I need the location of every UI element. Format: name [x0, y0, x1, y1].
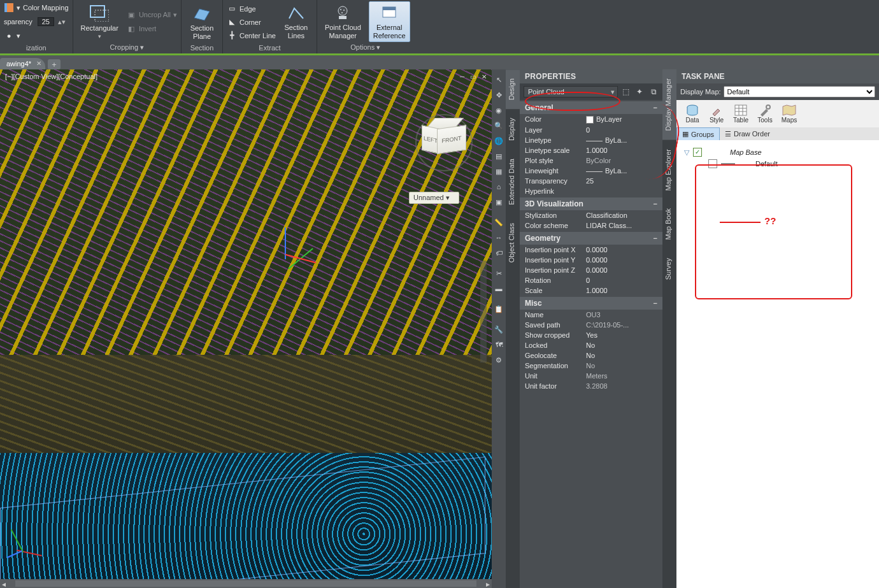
layers-icon[interactable]: ▤: [493, 149, 504, 163]
section-general[interactable]: General−: [520, 101, 662, 114]
expand-icon[interactable]: ▽: [684, 148, 689, 157]
tool-style[interactable]: Style: [706, 104, 727, 124]
section-3dviz[interactable]: 3D Visualization−: [520, 197, 662, 210]
prop-locked-value[interactable]: No: [586, 341, 657, 349]
sidetab-design[interactable]: Design: [506, 69, 520, 109]
orbit-tool-icon[interactable]: ◉: [493, 103, 504, 117]
sidetab-display-manager[interactable]: Display Manager: [662, 69, 676, 140]
prop-colorscheme-value[interactable]: LIDAR Class...: [586, 222, 657, 229]
quick-select-icon[interactable]: ⬚: [620, 87, 631, 97]
collapse-icon[interactable]: −: [654, 200, 657, 208]
transparency-value[interactable]: 25: [38, 17, 54, 26]
tab-draw-order[interactable]: ☰Draw Order: [720, 127, 775, 140]
zoom-tool-icon[interactable]: 🔍: [493, 118, 504, 133]
transparency-control[interactable]: sparency 25 ▴▾: [4, 15, 66, 28]
prop-linetype-value[interactable]: ByLa...: [586, 136, 657, 144]
cube[interactable]: LEFT FRONT: [422, 118, 466, 156]
prop-plotstyle-value[interactable]: ByColor: [586, 157, 657, 164]
close-icon[interactable]: ✕: [36, 60, 41, 67]
scrollbar-track[interactable]: [15, 580, 476, 587]
point-cloud-manager-button[interactable]: Point Cloud Manager: [321, 2, 365, 41]
sidetab-object-class[interactable]: Object Class: [506, 214, 520, 271]
prop-name-value[interactable]: OU3: [586, 311, 657, 319]
section-geometry[interactable]: Geometry−: [520, 232, 662, 245]
dimension-icon[interactable]: ↔: [493, 231, 504, 245]
close-icon[interactable]: ✕: [480, 73, 488, 80]
section-icon[interactable]: ▬: [493, 282, 504, 296]
tree-row-mapbase[interactable]: ▽ ✓ Map Base: [684, 147, 871, 158]
sidetab-map-explorer[interactable]: Map Explorer: [662, 140, 676, 199]
group-footer-cropping[interactable]: Cropping ▾: [77, 42, 177, 54]
tool-table[interactable]: Table: [730, 104, 752, 124]
prop-path-value[interactable]: C:\2019-05-...: [586, 321, 657, 329]
viewport-label[interactable]: [−][Custom View][Conceptual]: [5, 73, 97, 80]
prop-hyperlink-value[interactable]: [586, 187, 657, 195]
collapse-icon[interactable]: −: [654, 234, 657, 242]
pick-add-icon[interactable]: ⧉: [648, 87, 659, 97]
select-objects-icon[interactable]: ✦: [634, 87, 645, 97]
edge-button[interactable]: ▭Edge: [227, 3, 276, 15]
prop-color-value[interactable]: ByLayer: [586, 115, 657, 124]
section-misc[interactable]: Misc−: [520, 297, 662, 310]
external-reference-button[interactable]: External Reference: [369, 1, 410, 41]
shape-dropdown[interactable]: ●▾: [4, 29, 20, 42]
home-icon[interactable]: ⌂: [493, 180, 504, 194]
prop-scale-value[interactable]: 1.0000: [586, 287, 657, 294]
select-tool-icon[interactable]: ▦: [493, 164, 504, 178]
prop-layer-value[interactable]: 0: [586, 126, 657, 134]
scroll-right-icon[interactable]: ▸: [484, 580, 492, 587]
collapse-icon[interactable]: −: [654, 104, 657, 111]
prop-stylization-value[interactable]: Classification: [586, 212, 657, 219]
sidetab-survey[interactable]: Survey: [662, 249, 676, 289]
prop-lineweight-value[interactable]: ByLa...: [586, 167, 657, 175]
wrench-icon[interactable]: 🔧: [493, 322, 504, 336]
rectangular-button[interactable]: Rectangular ▾: [77, 3, 122, 41]
cursor-tool-icon[interactable]: ↖: [493, 73, 504, 87]
crop-icon[interactable]: ✂: [493, 266, 504, 280]
prop-geolocate-value[interactable]: No: [586, 352, 657, 359]
globe-icon[interactable]: 🌐: [493, 134, 504, 148]
properties-icon[interactable]: 📋: [493, 302, 504, 316]
display-map-select[interactable]: Default: [724, 86, 875, 97]
axis-gizmo[interactable]: [272, 227, 323, 278]
group-footer-options[interactable]: Options ▾: [321, 42, 410, 54]
viewcube[interactable]: LEFT FRONT: [415, 114, 473, 171]
tab-groups[interactable]: ▦Groups: [676, 127, 720, 140]
prop-ltscale-value[interactable]: 1.0000: [586, 147, 657, 154]
restore-icon[interactable]: ▭: [469, 73, 477, 80]
tag-icon[interactable]: 🏷: [493, 246, 504, 260]
section-plane-button[interactable]: Section Plane: [185, 3, 218, 41]
collapse-icon[interactable]: −: [654, 299, 657, 307]
centerline-button[interactable]: ╋Center Line: [227, 29, 276, 42]
nav-slider[interactable]: [480, 261, 487, 362]
pan-tool-icon[interactable]: ✥: [493, 88, 504, 102]
prop-showcropped-value[interactable]: Yes: [586, 331, 657, 339]
scrollbar-horizontal[interactable]: ◂ ▸: [0, 579, 492, 588]
new-tab-button[interactable]: ＋: [48, 59, 61, 69]
prop-transparency-value[interactable]: 25: [586, 177, 657, 185]
viewport[interactable]: [−][Custom View][Conceptual] ─ ▭ ✕ Unnam…: [0, 69, 492, 588]
prop-rotation-value[interactable]: 0: [586, 276, 657, 284]
gear-icon[interactable]: ⚙: [493, 353, 504, 367]
cube-front[interactable]: FRONT: [437, 125, 466, 154]
prop-ix-value[interactable]: 0.0000: [586, 246, 657, 254]
sidetab-display[interactable]: Display: [506, 109, 520, 150]
color-mapping-button[interactable]: ▾ Color Mapping: [4, 1, 69, 14]
tool-maps[interactable]: Maps: [778, 104, 800, 124]
section-lines-button[interactable]: Section Lines: [280, 3, 313, 41]
sidetab-extended-data[interactable]: Extended Data: [506, 150, 520, 214]
ucs-icon[interactable]: [10, 527, 48, 565]
map-icon[interactable]: 🗺: [493, 338, 504, 352]
grid-icon[interactable]: ▣: [493, 195, 504, 209]
measure-icon[interactable]: 📏: [493, 215, 504, 229]
scroll-left-icon[interactable]: ◂: [0, 580, 8, 587]
minimize-icon[interactable]: ─: [458, 73, 466, 80]
tool-data[interactable]: Data: [682, 104, 703, 124]
prop-iz-value[interactable]: 0.0000: [586, 266, 657, 274]
document-tab[interactable]: awing4* ✕: [0, 58, 45, 69]
sidetab-map-book[interactable]: Map Book: [662, 199, 676, 249]
corner-button[interactable]: ◣Corner: [227, 16, 276, 29]
prop-iy-value[interactable]: 0.0000: [586, 256, 657, 264]
tool-tools[interactable]: Tools: [754, 104, 776, 124]
checkbox-checked-icon[interactable]: ✓: [693, 148, 702, 157]
